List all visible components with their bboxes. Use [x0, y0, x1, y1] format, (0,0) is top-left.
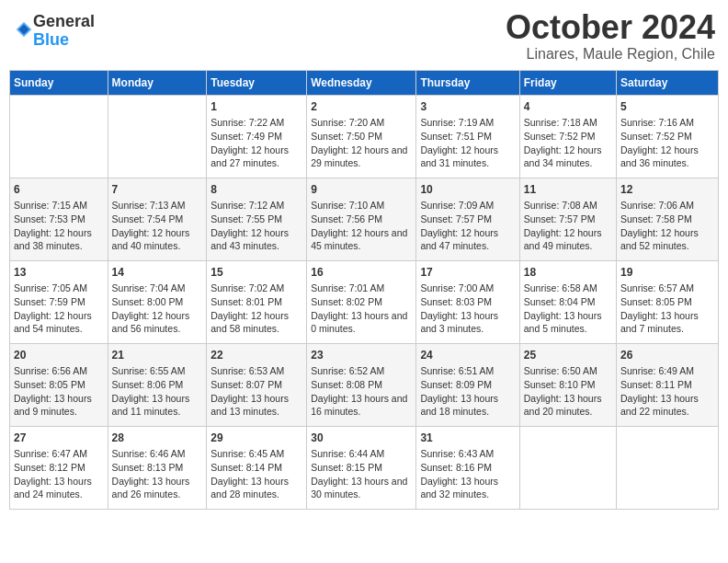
table-row	[10, 95, 108, 178]
day-number: 3	[420, 99, 515, 115]
sunset-text: Sunset: 8:12 PM	[14, 461, 104, 475]
table-row: 5Sunrise: 7:16 AMSunset: 7:52 PMDaylight…	[617, 95, 719, 178]
day-number: 10	[420, 182, 515, 198]
sunrise-text: Sunrise: 6:46 AM	[112, 447, 203, 461]
table-row: 12Sunrise: 7:06 AMSunset: 7:58 PMDayligh…	[617, 178, 719, 260]
daylight-text: Daylight: 13 hours and 28 minutes.	[210, 475, 302, 501]
sunset-text: Sunset: 8:15 PM	[311, 461, 412, 475]
sunrise-text: Sunrise: 7:08 AM	[524, 199, 612, 213]
day-number: 16	[311, 265, 412, 281]
day-number: 24	[420, 348, 515, 363]
day-number: 14	[112, 265, 203, 281]
table-row: 11Sunrise: 7:08 AMSunset: 7:57 PMDayligh…	[519, 178, 616, 260]
sunset-text: Sunset: 8:05 PM	[14, 378, 104, 392]
header-wednesday: Wednesday	[307, 70, 416, 95]
table-row: 24Sunrise: 6:51 AMSunset: 8:09 PMDayligh…	[416, 343, 519, 426]
calendar-week-row: 1Sunrise: 7:22 AMSunset: 7:49 PMDaylight…	[10, 95, 719, 178]
daylight-text: Daylight: 12 hours and 45 minutes.	[311, 226, 412, 253]
day-number: 30	[311, 431, 412, 446]
table-row: 15Sunrise: 7:02 AMSunset: 8:01 PMDayligh…	[207, 260, 307, 343]
sunset-text: Sunset: 8:06 PM	[112, 378, 203, 392]
sunset-text: Sunset: 8:00 PM	[112, 295, 203, 309]
table-row: 6Sunrise: 7:15 AMSunset: 7:53 PMDaylight…	[10, 178, 108, 260]
daylight-text: Daylight: 13 hours and 0 minutes.	[311, 309, 412, 336]
sunrise-text: Sunrise: 6:58 AM	[524, 282, 612, 295]
sunrise-text: Sunrise: 6:52 AM	[311, 364, 412, 378]
table-row: 25Sunrise: 6:50 AMSunset: 8:10 PMDayligh…	[519, 343, 616, 426]
day-number: 11	[524, 182, 612, 198]
sunrise-text: Sunrise: 7:00 AM	[420, 282, 515, 295]
table-row: 16Sunrise: 7:01 AMSunset: 8:02 PMDayligh…	[307, 260, 416, 343]
table-row: 23Sunrise: 6:52 AMSunset: 8:08 PMDayligh…	[307, 343, 416, 426]
day-number: 20	[14, 348, 104, 363]
daylight-text: Daylight: 13 hours and 32 minutes.	[420, 475, 515, 501]
header-thursday: Thursday	[416, 70, 519, 95]
weekday-header-row: Sunday Monday Tuesday Wednesday Thursday…	[10, 70, 719, 95]
sunrise-text: Sunrise: 7:01 AM	[311, 282, 412, 295]
day-number: 29	[210, 431, 302, 446]
day-number: 13	[14, 265, 104, 281]
sunset-text: Sunset: 7:49 PM	[210, 130, 302, 144]
sunrise-text: Sunrise: 7:12 AM	[210, 199, 302, 213]
daylight-text: Daylight: 13 hours and 24 minutes.	[14, 475, 104, 501]
sunset-text: Sunset: 8:07 PM	[210, 378, 302, 392]
sunrise-text: Sunrise: 6:43 AM	[420, 447, 515, 461]
day-number: 22	[210, 348, 302, 363]
daylight-text: Daylight: 13 hours and 18 minutes.	[420, 392, 515, 419]
table-row: 8Sunrise: 7:12 AMSunset: 7:55 PMDaylight…	[207, 178, 307, 260]
page-header: General Blue October 2024 Linares, Maule…	[9, 9, 719, 63]
calendar-week-row: 13Sunrise: 7:05 AMSunset: 7:59 PMDayligh…	[10, 260, 719, 343]
sunset-text: Sunset: 8:08 PM	[311, 378, 412, 392]
sunrise-text: Sunrise: 7:16 AM	[620, 116, 714, 130]
day-number: 15	[210, 265, 302, 281]
sunset-text: Sunset: 8:05 PM	[620, 295, 714, 309]
table-row: 2Sunrise: 7:20 AMSunset: 7:50 PMDaylight…	[307, 95, 416, 178]
table-row: 27Sunrise: 6:47 AMSunset: 8:12 PMDayligh…	[10, 426, 108, 509]
daylight-text: Daylight: 13 hours and 11 minutes.	[112, 392, 203, 419]
logo-icon	[15, 20, 33, 39]
sunrise-text: Sunrise: 7:04 AM	[112, 282, 203, 295]
day-number: 31	[420, 431, 515, 446]
logo-general-text: General	[33, 13, 95, 31]
calendar-week-row: 6Sunrise: 7:15 AMSunset: 7:53 PMDaylight…	[10, 178, 719, 260]
daylight-text: Daylight: 12 hours and 52 minutes.	[620, 226, 714, 253]
sunset-text: Sunset: 7:57 PM	[420, 213, 515, 226]
sunrise-text: Sunrise: 6:47 AM	[14, 447, 104, 461]
sunset-text: Sunset: 8:10 PM	[524, 378, 612, 392]
sunrise-text: Sunrise: 6:44 AM	[311, 447, 412, 461]
sunrise-text: Sunrise: 7:19 AM	[420, 116, 515, 130]
table-row: 26Sunrise: 6:49 AMSunset: 8:11 PMDayligh…	[617, 343, 719, 426]
day-number: 21	[112, 348, 203, 363]
table-row: 28Sunrise: 6:46 AMSunset: 8:13 PMDayligh…	[108, 426, 207, 509]
sunset-text: Sunset: 7:55 PM	[210, 213, 302, 226]
day-number: 19	[620, 265, 714, 281]
calendar-week-row: 20Sunrise: 6:56 AMSunset: 8:05 PMDayligh…	[10, 343, 719, 426]
sunset-text: Sunset: 7:50 PM	[311, 130, 412, 144]
sunset-text: Sunset: 7:56 PM	[311, 213, 412, 226]
sunrise-text: Sunrise: 7:22 AM	[210, 116, 302, 130]
daylight-text: Daylight: 12 hours and 56 minutes.	[112, 309, 203, 336]
daylight-text: Daylight: 12 hours and 54 minutes.	[14, 309, 104, 336]
day-number: 8	[210, 182, 302, 198]
table-row: 3Sunrise: 7:19 AMSunset: 7:51 PMDaylight…	[416, 95, 519, 178]
sunrise-text: Sunrise: 7:10 AM	[311, 199, 412, 213]
day-number: 18	[524, 265, 612, 281]
sunset-text: Sunset: 7:52 PM	[524, 130, 612, 144]
logo: General Blue	[13, 13, 95, 50]
table-row	[519, 426, 616, 509]
day-number: 5	[620, 99, 714, 115]
table-row: 1Sunrise: 7:22 AMSunset: 7:49 PMDaylight…	[207, 95, 307, 178]
table-row: 7Sunrise: 7:13 AMSunset: 7:54 PMDaylight…	[108, 178, 207, 260]
logo-blue-text: Blue	[33, 31, 95, 50]
table-row: 17Sunrise: 7:00 AMSunset: 8:03 PMDayligh…	[416, 260, 519, 343]
sunrise-text: Sunrise: 7:15 AM	[14, 199, 104, 213]
sunset-text: Sunset: 7:54 PM	[112, 213, 203, 226]
day-number: 26	[620, 348, 714, 363]
table-row: 30Sunrise: 6:44 AMSunset: 8:15 PMDayligh…	[307, 426, 416, 509]
sunset-text: Sunset: 7:59 PM	[14, 295, 104, 309]
sunrise-text: Sunrise: 7:05 AM	[14, 282, 104, 295]
day-number: 23	[311, 348, 412, 363]
daylight-text: Daylight: 12 hours and 43 minutes.	[210, 226, 302, 253]
header-monday: Monday	[108, 70, 207, 95]
sunset-text: Sunset: 8:11 PM	[620, 378, 714, 392]
